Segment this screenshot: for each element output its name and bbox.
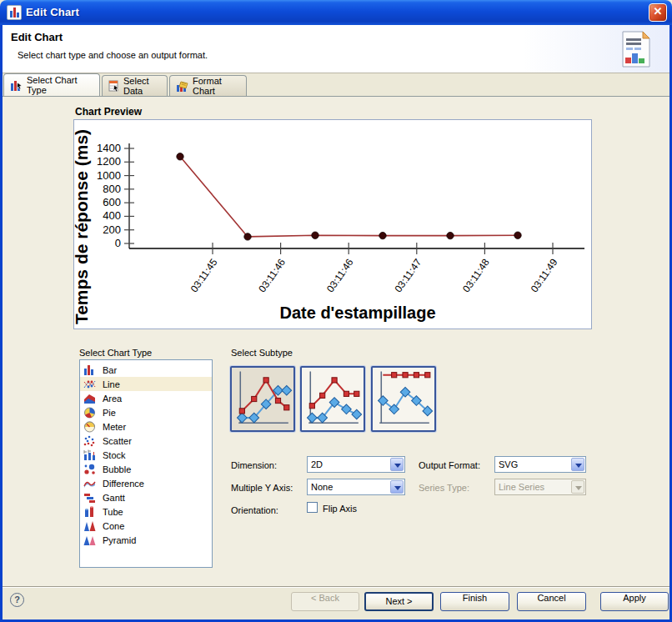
svg-text:0: 0 [115, 237, 121, 249]
next-button[interactable]: Next > [364, 592, 434, 611]
help-icon[interactable]: ? [10, 593, 24, 607]
app-chart-icon [7, 5, 22, 20]
chart-type-item-difference[interactable]: Difference [80, 476, 212, 490]
chart-type-item-gantt[interactable]: Gantt [80, 490, 212, 504]
select-subtype-label: Select Subtype [231, 348, 293, 358]
output-format-label: Output Format: [419, 460, 480, 470]
dimension-value: 2D [311, 459, 323, 469]
svg-text:200: 200 [103, 223, 121, 236]
chart-type-item-area[interactable]: Area [80, 391, 212, 405]
chart-preview-canvas: 020040060080010001200140003:11:4503:11:4… [73, 119, 592, 329]
output-format-value: SVG [499, 459, 518, 469]
svg-text:600: 600 [103, 196, 121, 208]
chart-type-item-line[interactable]: Line [80, 377, 212, 391]
chart-type-item-label: Tube [103, 507, 123, 517]
chart-type-item-pie[interactable]: Pie [80, 405, 212, 419]
tab-select-data[interactable]: Select Data [102, 75, 168, 96]
subtype-stacked-thumb[interactable] [300, 366, 365, 432]
svg-text:1200: 1200 [97, 155, 121, 168]
chart-type-item-label: Cone [103, 521, 124, 531]
dimension-label: Dimension: [231, 460, 277, 470]
chevron-down-icon[interactable] [571, 458, 584, 471]
svg-text:1000: 1000 [97, 169, 121, 182]
chart-type-item-label: Difference [103, 479, 144, 489]
flip-axis-label: Flip Axis [323, 504, 357, 514]
chart-type-item-label: Bubble [103, 464, 131, 474]
gantt-icon [83, 492, 97, 504]
multiple-y-axis-select[interactable]: None [307, 479, 405, 495]
chart-type-item-bar[interactable]: Bar [80, 363, 212, 377]
series-type-select: Line Series [494, 479, 586, 495]
tab-format-chart[interactable]: Format Chart [169, 75, 247, 96]
chart-type-list[interactable]: BarLineAreaPieMeterScatterStockBubbleDif… [79, 359, 213, 568]
svg-text:400: 400 [103, 209, 121, 222]
chart-type-item-meter[interactable]: Meter [80, 419, 212, 434]
difference-icon [83, 478, 97, 489]
output-format-select[interactable]: SVG [494, 456, 586, 473]
window-title: Edit Chart [26, 6, 79, 18]
subtype-percent-stacked-thumb[interactable] [371, 366, 436, 432]
chart-type-item-label: Line [103, 379, 120, 389]
titlebar[interactable]: Edit Chart ✕ [0, 0, 672, 25]
svg-text:Temps de réponse (ms): Temps de réponse (ms) [74, 129, 91, 324]
close-icon[interactable]: ✕ [649, 3, 667, 22]
orientation-label: Orientation: [231, 505, 278, 515]
stock-icon [83, 449, 97, 461]
footer-separator [3, 586, 669, 588]
svg-text:03:11:48: 03:11:48 [460, 256, 492, 294]
select-chart-type-label: Select Chart Type [79, 348, 152, 358]
chart-type-item-bubble[interactable]: Bubble [80, 462, 212, 476]
chevron-down-icon[interactable] [390, 480, 404, 494]
chart-type-item-tube[interactable]: Tube [80, 504, 212, 519]
chart-type-item-label: Area [103, 394, 122, 404]
bubble-icon [83, 464, 97, 475]
chevron-down-icon [571, 480, 584, 494]
flip-axis-checkbox[interactable] [307, 502, 318, 513]
select-chart-type-icon [10, 79, 23, 92]
chart-type-item-label: Meter [103, 422, 126, 432]
edit-chart-dialog: Edit Chart ✕ Edit Chart Select chart typ… [0, 0, 672, 622]
pie-icon [83, 407, 97, 419]
chart-type-item-label: Pyramid [103, 535, 136, 545]
finish-button[interactable]: Finish [440, 592, 509, 611]
svg-text:03:11:46: 03:11:46 [256, 256, 288, 294]
svg-text:Date d'estampillage: Date d'estampillage [279, 303, 435, 322]
svg-text:03:11:49: 03:11:49 [529, 256, 560, 294]
chart-type-item-label: Pie [103, 408, 116, 418]
chart-type-item-label: Scatter [103, 436, 132, 446]
chart-document-icon [619, 30, 651, 70]
area-icon [83, 393, 97, 404]
select-data-icon [108, 80, 120, 93]
chevron-down-icon[interactable] [390, 458, 404, 471]
chart-type-item-scatter[interactable]: Scatter [80, 434, 212, 448]
back-button: < Back [291, 592, 359, 611]
page-subtitle: Select chart type and choose an output f… [18, 50, 208, 60]
window-border-left [0, 25, 3, 622]
svg-text:1400: 1400 [97, 142, 121, 154]
line-icon [83, 379, 97, 390]
series-type-label: Series Type: [419, 483, 469, 493]
svg-text:03:11:47: 03:11:47 [393, 256, 424, 294]
format-chart-icon [176, 80, 189, 93]
meter-icon [83, 421, 97, 433]
svg-text:03:11:45: 03:11:45 [188, 256, 220, 294]
bar-icon [83, 364, 97, 376]
chart-type-item-cone[interactable]: Cone [80, 519, 212, 533]
tab-label: Select Data [123, 76, 161, 96]
page-title: Edit Chart [11, 31, 63, 43]
apply-button[interactable]: Apply [600, 592, 669, 611]
dialog-header: Edit Chart Select chart type and choose … [3, 25, 669, 73]
series-type-value: Line Series [499, 482, 544, 492]
multiple-y-axis-value: None [311, 482, 333, 492]
tab-label: Format Chart [193, 76, 240, 96]
chart-preview-label: Chart Preview [75, 106, 142, 118]
chart-type-item-pyramid[interactable]: Pyramid [80, 533, 212, 547]
tab-select-chart-type[interactable]: Select Chart Type [3, 73, 100, 96]
cancel-button[interactable]: Cancel [517, 592, 586, 611]
pyramid-icon [83, 534, 97, 546]
subtype-overlay-thumb[interactable] [230, 366, 295, 432]
chart-type-item-label: Bar [103, 365, 117, 375]
chart-type-item-stock[interactable]: Stock [80, 448, 212, 462]
svg-text:03:11:46: 03:11:46 [324, 256, 356, 294]
dimension-select[interactable]: 2D [307, 456, 405, 473]
